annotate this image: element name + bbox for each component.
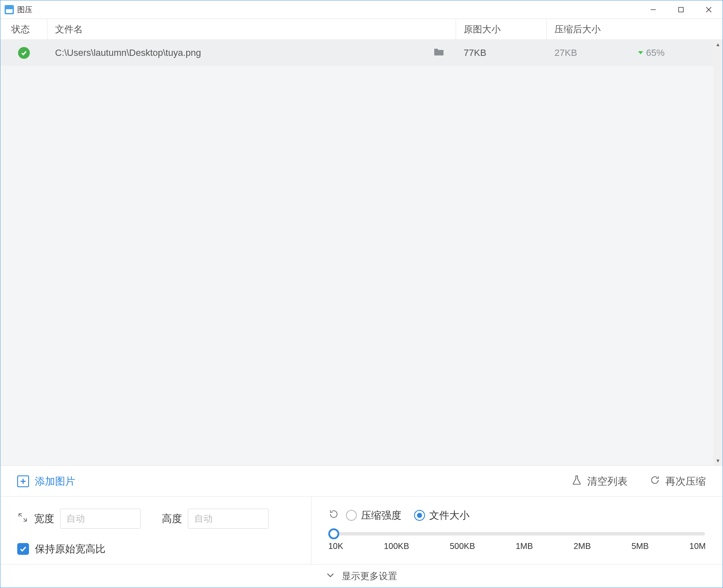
keep-aspect-checkbox[interactable]	[17, 543, 29, 555]
size-slider[interactable]: 10K 100KB 500KB 1MB 2MB 5MB 10M	[328, 532, 706, 551]
tick-label: 10M	[689, 541, 706, 551]
slider-ticks: 10K 100KB 500KB 1MB 2MB 5MB 10M	[328, 541, 706, 551]
add-images-label: 添加图片	[35, 475, 75, 488]
tick-label: 10K	[328, 541, 343, 551]
clear-list-label: 清空列表	[587, 475, 628, 488]
refresh-icon	[649, 475, 660, 488]
tick-label: 1MB	[516, 541, 533, 551]
mode-quality-label: 压缩强度	[361, 509, 401, 522]
chevron-down-icon	[326, 570, 335, 582]
minimize-button[interactable]	[639, 0, 667, 19]
tick-label: 5MB	[631, 541, 649, 551]
expand-icon	[17, 512, 28, 525]
status-ok-icon	[18, 47, 30, 59]
titlebar: 图压	[0, 0, 723, 19]
tick-label: 2MB	[573, 541, 591, 551]
tick-label: 500KB	[450, 541, 475, 551]
vertical-scrollbar[interactable]: ▲ ▼	[713, 40, 723, 465]
compressed-size-value: 27KB	[547, 47, 617, 58]
compression-settings: 压缩强度 文件大小 10K 100KB 500KB 1MB 2MB 5MB	[311, 497, 723, 564]
app-title: 图压	[17, 5, 32, 15]
mode-filesize-option[interactable]: 文件大小	[414, 509, 470, 522]
more-settings-label: 显示更多设置	[342, 570, 397, 583]
dimension-settings: 宽度 高度 保持原始宽高比	[0, 497, 311, 564]
tick-label: 100KB	[384, 541, 409, 551]
clear-list-button[interactable]: 清空列表	[571, 475, 628, 488]
show-more-settings-button[interactable]: 显示更多设置	[0, 564, 723, 588]
action-toolbar: 添加图片 清空列表 再次压缩	[0, 465, 723, 496]
flask-icon	[571, 475, 582, 488]
radio-quality[interactable]	[346, 510, 357, 521]
mode-filesize-label: 文件大小	[429, 509, 470, 522]
app-window: 图压 状态 文件名 原图大小 压缩后大小 C:\Users\lautumn\De…	[0, 0, 723, 588]
column-compressed-size[interactable]: 压缩后大小	[547, 19, 723, 39]
original-size-value: 77KB	[456, 47, 547, 58]
width-input[interactable]	[60, 509, 141, 529]
reset-icon[interactable]	[328, 509, 339, 522]
slider-thumb[interactable]	[328, 528, 339, 539]
maximize-button[interactable]	[667, 0, 695, 19]
settings-panel: 宽度 高度 保持原始宽高比 压缩强度	[0, 496, 723, 564]
file-row[interactable]: C:\Users\lautumn\Desktop\tuya.png 77KB 2…	[0, 40, 723, 66]
width-label: 宽度	[34, 512, 54, 525]
scroll-down-icon[interactable]: ▼	[713, 456, 723, 465]
close-button[interactable]	[695, 0, 723, 19]
app-icon	[5, 5, 14, 14]
compression-ratio: 65%	[646, 47, 665, 58]
column-headers: 状态 文件名 原图大小 压缩后大小	[0, 19, 723, 40]
add-images-button[interactable]: 添加图片	[17, 475, 75, 488]
scroll-up-icon[interactable]: ▲	[713, 40, 723, 49]
keep-aspect-label: 保持原始宽高比	[35, 542, 106, 556]
decrease-arrow-icon	[637, 47, 644, 58]
file-path: C:\Users\lautumn\Desktop\tuya.png	[55, 47, 201, 58]
plus-icon	[17, 475, 29, 487]
column-status[interactable]: 状态	[0, 19, 47, 39]
radio-filesize[interactable]	[414, 510, 425, 521]
slider-track[interactable]	[329, 532, 705, 536]
mode-quality-option[interactable]: 压缩强度	[346, 509, 401, 522]
recompress-label: 再次压缩	[665, 475, 706, 488]
recompress-button[interactable]: 再次压缩	[649, 475, 706, 488]
open-folder-icon[interactable]	[433, 47, 444, 59]
svg-rect-1	[679, 7, 683, 12]
height-input[interactable]	[188, 509, 269, 529]
height-label: 高度	[162, 512, 182, 525]
column-filename[interactable]: 文件名	[47, 19, 456, 39]
column-original-size[interactable]: 原图大小	[456, 19, 547, 39]
file-list: C:\Users\lautumn\Desktop\tuya.png 77KB 2…	[0, 40, 723, 465]
